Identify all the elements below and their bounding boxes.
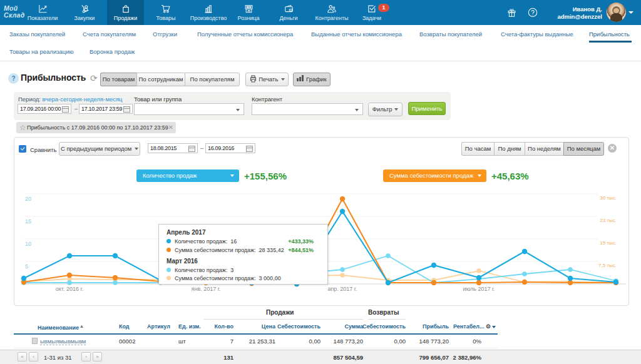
svg-text:30 тыс.: 30 тыс. bbox=[600, 195, 617, 201]
svg-text:апр. 2017 г.: апр. 2017 г. bbox=[327, 286, 357, 292]
svg-text:июль 2017 г.: июль 2017 г. bbox=[463, 286, 495, 292]
svg-text:15: 15 bbox=[25, 218, 31, 225]
svg-text:20: 20 bbox=[25, 196, 31, 202]
svg-text:23 тыс.: 23 тыс. bbox=[600, 218, 617, 223]
svg-text:7,5 тыс.: 7,5 тыс. bbox=[598, 263, 617, 268]
svg-text:15 тыс.: 15 тыс. bbox=[600, 240, 617, 246]
svg-text:10: 10 bbox=[25, 241, 31, 247]
svg-text:5: 5 bbox=[25, 263, 28, 270]
svg-text:янв. 2017 г.: янв. 2017 г. bbox=[192, 286, 221, 292]
svg-text:окт. 2016 г.: окт. 2016 г. bbox=[56, 286, 83, 292]
